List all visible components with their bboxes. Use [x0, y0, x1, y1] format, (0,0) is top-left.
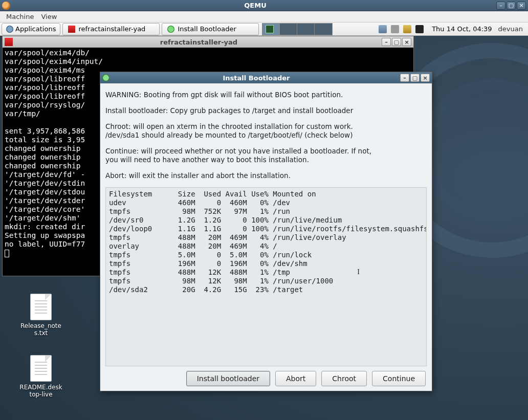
continue-button[interactable]: Continue	[372, 371, 426, 386]
host-menubar: Machine View	[0, 11, 528, 23]
install-bootloader-button[interactable]: Install bootloader	[186, 371, 270, 386]
taskbar-item-label: Install Bootloader	[178, 25, 236, 33]
host-minimize-button[interactable]: –	[496, 2, 505, 10]
workspace-2[interactable]	[280, 24, 297, 35]
dialog-install-text: Install bootloader: Copy grub packages t…	[105, 106, 427, 115]
taskbar-item-refractainstaller[interactable]: refractainstaller-yad	[62, 23, 160, 35]
applications-menu-button[interactable]: Applications	[2, 23, 60, 35]
applications-menu-label: Applications	[15, 25, 56, 33]
display-icon[interactable]	[379, 25, 387, 33]
system-tray	[376, 25, 427, 33]
host-menu-machine[interactable]: Machine	[6, 13, 34, 20]
qemu-icon	[2, 2, 10, 10]
taskbar-item-install-bootloader[interactable]: Install Bootloader	[162, 23, 259, 35]
terminal-app-icon	[5, 38, 13, 46]
notifications-icon[interactable]	[415, 25, 424, 33]
terminal-close-button[interactable]: ×	[402, 38, 411, 46]
app-icon	[68, 26, 75, 33]
dialog-title: Install Bootloader	[113, 74, 400, 82]
install-bootloader-dialog: Install Bootloader – ▢ × WARNING: Bootin…	[100, 72, 432, 391]
desktop-icon-readme[interactable]: README.desk top-live	[13, 355, 69, 398]
dialog-continue-text: Continue: will proceed whether or not yo…	[105, 147, 427, 164]
dialog-body: WARNING: Booting from gpt disk will fail…	[100, 83, 432, 366]
desktop-icon-label: Release_note s.txt	[13, 322, 69, 337]
host-close-button[interactable]: ×	[517, 2, 526, 10]
guest-desktop: Applications refractainstaller-yad Insta…	[0, 23, 528, 420]
host-window-titlebar: QEMU – ▢ ×	[0, 0, 528, 11]
workspace-4[interactable]	[315, 24, 332, 35]
chroot-button[interactable]: Chroot	[321, 371, 367, 386]
dialog-abort-text: Abort: will exit the installer and abort…	[105, 171, 427, 180]
workspace-1[interactable]	[262, 24, 280, 35]
terminal-minimize-button[interactable]: –	[382, 38, 391, 46]
dialog-maximize-button[interactable]: ▢	[410, 74, 420, 82]
panel-distro-label: devuan	[497, 25, 528, 33]
desktop-icon-release-notes[interactable]: Release_note s.txt	[13, 294, 69, 337]
dialog-minimize-button[interactable]: –	[400, 74, 409, 82]
terminal-maximize-button[interactable]: ▢	[392, 38, 401, 46]
installer-icon	[167, 26, 174, 33]
terminal-title: refractainstaller-yad	[16, 38, 382, 46]
workspace-switcher[interactable]	[262, 23, 333, 35]
filesystem-listing[interactable]: Filesystem Size Used Avail Use% Mounted …	[105, 187, 427, 366]
dialog-titlebar[interactable]: Install Bootloader – ▢ ×	[100, 72, 432, 83]
panel-clock[interactable]: Thu 14 Oct, 04:39	[427, 25, 497, 33]
text-cursor-icon: I	[357, 268, 360, 276]
dialog-close-button[interactable]: ×	[421, 74, 430, 82]
audio-icon[interactable]	[391, 25, 399, 33]
text-file-icon	[30, 355, 52, 382]
taskbar-item-label: refractainstaller-yad	[78, 25, 145, 33]
dialog-warning-text: WARNING: Booting from gpt disk will fail…	[105, 91, 427, 99]
network-icon[interactable]	[403, 25, 411, 33]
desktop-icon-label: README.desk top-live	[13, 384, 69, 398]
dialog-button-row: Install bootloader Abort Chroot Continue	[100, 366, 432, 391]
host-window-title: QEMU	[14, 2, 496, 9]
host-menu-view[interactable]: View	[41, 13, 57, 20]
abort-button[interactable]: Abort	[275, 371, 316, 386]
terminal-titlebar[interactable]: refractainstaller-yad – ▢ ×	[3, 36, 413, 48]
dialog-chroot-text: Chroot: will open an xterm in the chroot…	[105, 122, 427, 140]
guest-panel: Applications refractainstaller-yad Insta…	[0, 23, 528, 36]
workspace-3[interactable]	[297, 24, 315, 35]
host-maximize-button[interactable]: ▢	[507, 2, 516, 10]
devuan-swirl-icon	[6, 26, 13, 33]
text-file-icon	[30, 294, 52, 320]
dialog-icon	[102, 74, 109, 81]
